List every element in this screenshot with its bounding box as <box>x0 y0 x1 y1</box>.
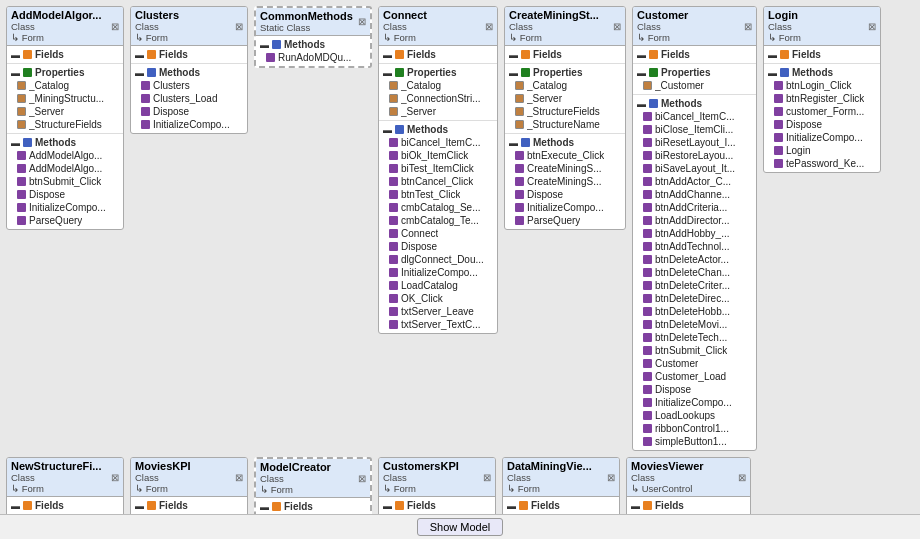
section-header-properties[interactable]: ▬ Properties <box>379 66 497 79</box>
list-item[interactable]: dlgConnect_Dou... <box>379 253 497 266</box>
list-item[interactable]: AddModelAlgo... <box>7 162 123 175</box>
list-item[interactable]: Dispose <box>7 188 123 201</box>
list-item[interactable]: Customer <box>633 357 756 370</box>
uml-header-movieskpi[interactable]: MoviesKPIClass↳ Form⊠ <box>131 458 247 497</box>
uml-header-moviesviewer[interactable]: MoviesViewerClass↳ UserControl⊠ <box>627 458 750 497</box>
list-item[interactable]: biCancel_ItemC... <box>633 110 756 123</box>
list-item[interactable]: btnAddActor_C... <box>633 175 756 188</box>
section-header-methods[interactable]: ▬ Methods <box>633 97 756 110</box>
list-item[interactable]: btnTest_Click <box>379 188 497 201</box>
list-item[interactable]: btnLogin_Click <box>764 79 880 92</box>
expand-icon-customer[interactable]: ⊠ <box>744 21 752 32</box>
section-header-fields[interactable]: ▬ Fields <box>131 48 247 61</box>
list-item[interactable]: InitializeCompo... <box>131 118 247 131</box>
uml-header-login[interactable]: LoginClass↳ Form⊠ <box>764 7 880 46</box>
list-item[interactable]: btnDeleteTech... <box>633 331 756 344</box>
list-item[interactable]: ribbonControl1... <box>633 422 756 435</box>
section-header-fields[interactable]: ▬ Fields <box>764 48 880 61</box>
list-item[interactable]: _StructureFields <box>7 118 123 131</box>
section-header-methods[interactable]: ▬ Methods <box>764 66 880 79</box>
section-header-methods[interactable]: ▬ Methods <box>131 66 247 79</box>
list-item[interactable]: AddModelAlgo... <box>7 149 123 162</box>
list-item[interactable]: biOk_ItemClick <box>379 149 497 162</box>
section-header-fields[interactable]: ▬ Fields <box>505 48 625 61</box>
list-item[interactable]: LoadCatalog <box>379 279 497 292</box>
list-item[interactable]: txtServer_Leave <box>379 305 497 318</box>
list-item[interactable]: _Catalog <box>505 79 625 92</box>
expand-icon-newstructurefi[interactable]: ⊠ <box>111 472 119 483</box>
list-item[interactable]: btnAddChanne... <box>633 188 756 201</box>
list-item[interactable]: biRestoreLayou... <box>633 149 756 162</box>
list-item[interactable]: btnRegister_Click <box>764 92 880 105</box>
list-item[interactable]: biSaveLayout_It... <box>633 162 756 175</box>
section-header-properties[interactable]: ▬ Properties <box>7 66 123 79</box>
list-item[interactable]: _StructureFields <box>505 105 625 118</box>
list-item[interactable]: biResetLayout_I... <box>633 136 756 149</box>
list-item[interactable]: _Catalog <box>379 79 497 92</box>
section-header-methods[interactable]: ▬ Methods <box>505 136 625 149</box>
expand-icon-clusters[interactable]: ⊠ <box>235 21 243 32</box>
list-item[interactable]: btnAddTechnol... <box>633 240 756 253</box>
list-item[interactable]: CreateMiningS... <box>505 175 625 188</box>
list-item[interactable]: ParseQuery <box>7 214 123 227</box>
list-item[interactable]: RunAdoMDQu... <box>256 51 370 64</box>
list-item[interactable]: btnAddHobby_... <box>633 227 756 240</box>
list-item[interactable]: btnSubmit_Click <box>633 344 756 357</box>
list-item[interactable]: btnDeleteActor... <box>633 253 756 266</box>
list-item[interactable]: CreateMiningS... <box>505 162 625 175</box>
list-item[interactable]: btnSubmit_Click <box>7 175 123 188</box>
list-item[interactable]: Dispose <box>505 188 625 201</box>
list-item[interactable]: biCancel_ItemC... <box>379 136 497 149</box>
section-header-fields[interactable]: ▬ Fields <box>379 48 497 61</box>
expand-icon-login[interactable]: ⊠ <box>868 21 876 32</box>
show-model-button[interactable]: Show Model <box>417 518 504 536</box>
list-item[interactable]: Clusters_Load <box>131 92 247 105</box>
list-item[interactable]: btnDeleteMovi... <box>633 318 756 331</box>
section-header-methods[interactable]: ▬ Methods <box>256 38 370 51</box>
list-item[interactable]: InitializeCompo... <box>379 266 497 279</box>
list-item[interactable]: simpleButton1... <box>633 435 756 448</box>
list-item[interactable]: biTest_ItemClick <box>379 162 497 175</box>
section-header-methods[interactable]: ▬ Methods <box>7 136 123 149</box>
list-item[interactable]: ParseQuery <box>505 214 625 227</box>
list-item[interactable]: _MiningStructu... <box>7 92 123 105</box>
list-item[interactable]: Dispose <box>764 118 880 131</box>
list-item[interactable]: InitializeCompo... <box>505 201 625 214</box>
section-header-fields[interactable]: ▬ Fields <box>131 499 247 512</box>
list-item[interactable]: btnDeleteChan... <box>633 266 756 279</box>
expand-icon-customerskpi[interactable]: ⊠ <box>483 472 491 483</box>
list-item[interactable]: Clusters <box>131 79 247 92</box>
list-item[interactable]: Login <box>764 144 880 157</box>
list-item[interactable]: btnCancel_Click <box>379 175 497 188</box>
uml-header-commonmethods[interactable]: CommonMethodsStatic Class⊠ <box>256 8 370 36</box>
uml-header-modelcreator[interactable]: ModelCreatorClass↳ Form⊠ <box>256 459 370 498</box>
section-header-fields[interactable]: ▬ Fields <box>627 499 750 512</box>
expand-icon-connect[interactable]: ⊠ <box>485 21 493 32</box>
list-item[interactable]: Connect <box>379 227 497 240</box>
list-item[interactable]: InitializeCompo... <box>633 396 756 409</box>
list-item[interactable]: _Server <box>379 105 497 118</box>
list-item[interactable]: btnDeleteDirec... <box>633 292 756 305</box>
section-header-fields[interactable]: ▬ Fields <box>7 499 123 512</box>
list-item[interactable]: btnDeleteHobb... <box>633 305 756 318</box>
list-item[interactable]: Dispose <box>633 383 756 396</box>
expand-icon-dataminingvie[interactable]: ⊠ <box>607 472 615 483</box>
list-item[interactable]: InitializeCompo... <box>764 131 880 144</box>
list-item[interactable]: _ConnectionStri... <box>379 92 497 105</box>
list-item[interactable]: cmbCatalog_Se... <box>379 201 497 214</box>
list-item[interactable]: tePassword_Ke... <box>764 157 880 170</box>
section-header-methods[interactable]: ▬ Methods <box>379 123 497 136</box>
list-item[interactable]: btnDeleteCriter... <box>633 279 756 292</box>
list-item[interactable]: Dispose <box>131 105 247 118</box>
uml-header-connect[interactable]: ConnectClass↳ Form⊠ <box>379 7 497 46</box>
expand-icon-addmodelalgor[interactable]: ⊠ <box>111 21 119 32</box>
list-item[interactable]: btnAddDirector... <box>633 214 756 227</box>
list-item[interactable]: _Server <box>505 92 625 105</box>
section-header-fields[interactable]: ▬ Fields <box>633 48 756 61</box>
list-item[interactable]: Customer_Load <box>633 370 756 383</box>
uml-header-dataminingvie[interactable]: DataMiningVie...Class↳ Form⊠ <box>503 458 619 497</box>
list-item[interactable]: _Customer <box>633 79 756 92</box>
uml-header-customer[interactable]: CustomerClass↳ Form⊠ <box>633 7 756 46</box>
list-item[interactable]: LoadLookups <box>633 409 756 422</box>
uml-header-addmodelalgor[interactable]: AddModelAlgor...Class↳ Form⊠ <box>7 7 123 46</box>
